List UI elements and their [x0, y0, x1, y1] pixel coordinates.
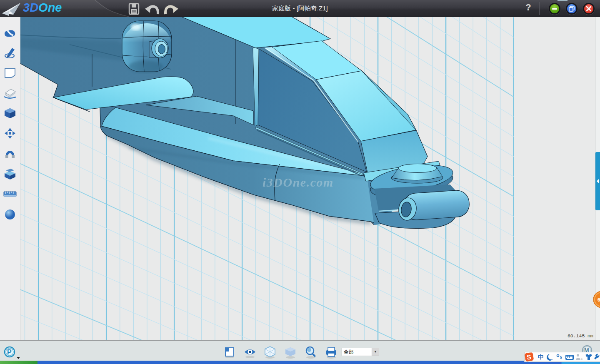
svg-text:60.145 mm: 60.145 mm	[568, 333, 593, 339]
svg-text:P: P	[7, 349, 12, 356]
svg-text:14: 14	[579, 357, 582, 361]
svg-text:i3DOne.com: i3DOne.com	[262, 175, 334, 189]
svg-text:中: 中	[538, 354, 544, 360]
svg-text:65: 65	[598, 297, 600, 303]
